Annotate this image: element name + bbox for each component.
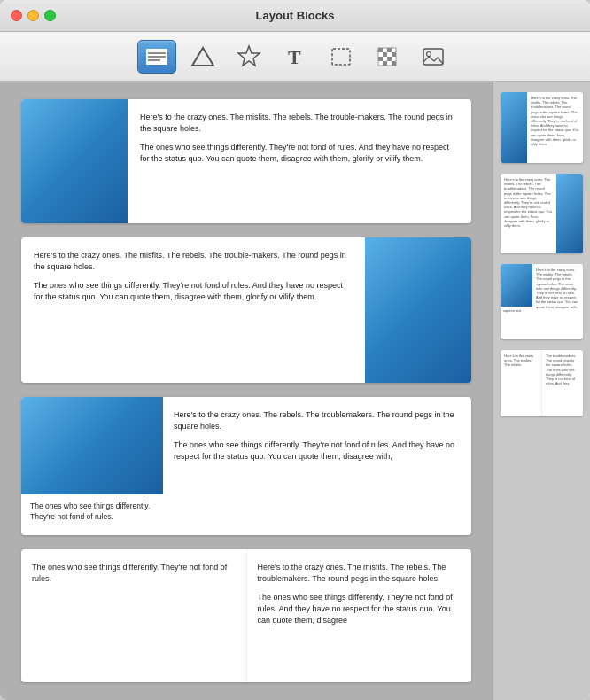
- text-block-tool-button[interactable]: [137, 40, 176, 74]
- block-4-para-2: Here's to the crazy ones. The misfits. T…: [258, 562, 462, 585]
- svg-rect-15: [383, 61, 387, 66]
- layout-block-3[interactable]: The ones who see things differently. The…: [21, 397, 471, 535]
- svg-rect-14: [387, 57, 392, 61]
- window-controls: [11, 10, 56, 21]
- image-icon: [421, 44, 446, 69]
- thumb-3-left: caption text: [501, 264, 532, 339]
- svg-rect-13: [378, 57, 383, 61]
- title-bar: Layout Blocks: [0, 0, 590, 32]
- triangle-tool-button[interactable]: [183, 40, 222, 74]
- layout-block-1[interactable]: Here's to the crazy ones. The misfits. T…: [21, 99, 471, 223]
- block-4-para-1: The ones who see things differently. The…: [32, 562, 236, 585]
- svg-text:T: T: [288, 46, 301, 68]
- app-window: Layout Blocks T: [0, 0, 590, 700]
- svg-marker-5: [238, 46, 260, 66]
- thumbnail-2[interactable]: Here's to the crazy ones. The misfits. T…: [501, 174, 583, 253]
- thumb-3-image: [501, 264, 532, 307]
- toolbar: T: [0, 32, 590, 82]
- minimize-button[interactable]: [27, 10, 39, 21]
- block-3-caption: The ones who see things differently. The…: [21, 494, 163, 535]
- thumbnail-4[interactable]: Here's to the crazy ones. The misfits. T…: [501, 350, 583, 416]
- block-1-para-2: The ones who see things differently. The…: [140, 142, 459, 165]
- block-4-para-3: The ones who see things differently. The…: [258, 592, 462, 626]
- block-2-para-2: The ones who see things differently. The…: [34, 280, 353, 303]
- block-3-text: Here's to the crazy ones. The rebels. Th…: [163, 397, 471, 535]
- star-icon: [237, 44, 261, 69]
- right-panel: Here's to the crazy ones. The misfits. T…: [493, 82, 590, 700]
- thumb-3-text: Here's to the crazy ones. The misfits. T…: [532, 264, 583, 339]
- thumb-2-image: [556, 174, 583, 253]
- selection-icon: [329, 44, 353, 69]
- text-tool-button[interactable]: T: [276, 40, 314, 74]
- svg-rect-9: [378, 48, 383, 52]
- layout-block-2[interactable]: Here's to the crazy ones. The misfits. T…: [21, 237, 471, 383]
- close-button[interactable]: [11, 10, 22, 21]
- block-3-image: [21, 397, 163, 494]
- thumb-2-text: Here's to the crazy ones. The misfits. T…: [501, 174, 556, 253]
- left-panel: Here's to the crazy ones. The misfits. T…: [0, 82, 493, 700]
- block-1-text: Here's to the crazy ones. The misfits. T…: [128, 99, 471, 223]
- svg-rect-17: [423, 49, 443, 65]
- block-4-text-right: Here's to the crazy ones. The misfits. T…: [247, 549, 472, 682]
- block-1-para-1: Here's to the crazy ones. The misfits. T…: [140, 112, 459, 135]
- block-3-left-col: The ones who see things differently. The…: [21, 397, 163, 535]
- svg-point-18: [427, 51, 431, 56]
- thumb-4-text-left: Here's to the crazy ones. The misfits. T…: [501, 350, 542, 416]
- checker-tool-button[interactable]: [368, 40, 407, 74]
- svg-rect-12: [392, 52, 396, 57]
- maximize-button[interactable]: [44, 10, 56, 21]
- block-4-text-left: The ones who see things differently. The…: [21, 549, 247, 682]
- block-3-para-2: The ones who see things differently. The…: [174, 439, 461, 463]
- thumb-1-image: [501, 92, 527, 163]
- selection-tool-button[interactable]: [322, 40, 361, 74]
- thumbnail-3[interactable]: caption text Here's to the crazy ones. T…: [501, 264, 583, 339]
- svg-rect-7: [332, 49, 350, 65]
- checker-icon: [375, 44, 400, 69]
- layout-block-4[interactable]: The ones who see things differently. The…: [21, 549, 471, 682]
- svg-rect-16: [392, 61, 396, 66]
- block-3-para-1: Here's to the crazy ones. The rebels. Th…: [174, 409, 461, 432]
- svg-rect-10: [387, 48, 392, 52]
- triangle-icon: [190, 44, 215, 69]
- svg-marker-4: [192, 48, 213, 66]
- image-tool-button[interactable]: [414, 40, 453, 74]
- block-2-image: [365, 237, 471, 383]
- thumbnail-1[interactable]: Here's to the crazy ones. The misfits. T…: [501, 92, 583, 163]
- window-title: Layout Blocks: [256, 9, 335, 22]
- main-content: Here's to the crazy ones. The misfits. T…: [0, 82, 590, 700]
- thumb-4-text-right: The troublemakers. The round pegs in the…: [542, 350, 583, 416]
- text-block-icon: [144, 47, 169, 66]
- thumb-3-caption: caption text: [501, 307, 532, 339]
- block-2-para-1: Here's to the crazy ones. The misfits. T…: [34, 250, 353, 273]
- text-t-icon: T: [283, 44, 307, 69]
- thumb-1-text: Here's to the crazy ones. The misfits. T…: [527, 92, 583, 163]
- star-tool-button[interactable]: [229, 40, 268, 74]
- svg-rect-11: [383, 52, 387, 57]
- block-2-text: Here's to the crazy ones. The misfits. T…: [21, 237, 365, 383]
- block-1-image: [21, 99, 128, 223]
